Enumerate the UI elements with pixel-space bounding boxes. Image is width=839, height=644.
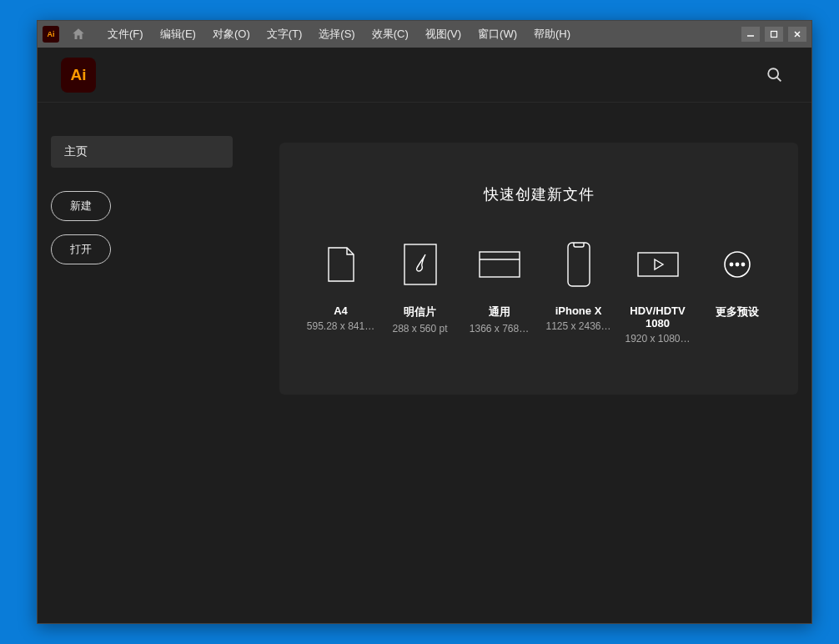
preset-label: 明信片 (404, 304, 436, 319)
svg-point-12 (730, 263, 732, 265)
app-window: Ai 文件(F) 编辑(E) 对象(O) 文字(T) 选择(S) 效果(C) 视… (37, 20, 812, 624)
quick-create-card: 快速创建新文件 A4 595.28 x 841… 明信片 (279, 143, 798, 395)
content-area: 主页 新建 打开 快速创建新文件 A4 595.28 x 841… (38, 103, 811, 623)
tab-home[interactable]: 主页 (51, 136, 233, 168)
svg-rect-10 (638, 253, 678, 276)
video-icon (636, 238, 680, 291)
window-controls (741, 27, 806, 42)
app-logo: Ai (61, 58, 96, 93)
search-button[interactable] (761, 62, 788, 88)
menu-window[interactable]: 窗口(W) (475, 23, 520, 45)
main-panel: 快速创建新文件 A4 595.28 x 841… 明信片 (279, 103, 811, 623)
open-button[interactable]: 打开 (51, 234, 111, 264)
document-icon (327, 238, 355, 291)
maximize-button[interactable] (765, 27, 783, 42)
card-title: 快速创建新文件 (304, 184, 773, 204)
menu-effect[interactable]: 效果(C) (369, 23, 412, 45)
close-button[interactable] (788, 27, 806, 42)
preset-dims: 1366 x 768… (470, 323, 529, 335)
preset-label: 通用 (489, 304, 510, 319)
titlebar: Ai 文件(F) 编辑(E) 对象(O) 文字(T) 选择(S) 效果(C) 视… (38, 21, 811, 48)
svg-rect-6 (404, 244, 436, 284)
sidebar: 主页 新建 打开 (38, 103, 279, 623)
svg-rect-1 (771, 32, 777, 38)
preset-label: 更多预设 (716, 304, 759, 319)
svg-rect-7 (480, 252, 520, 277)
brush-icon (403, 238, 438, 291)
menu-object[interactable]: 对象(O) (209, 23, 254, 45)
phone-icon (566, 238, 591, 291)
svg-point-4 (768, 68, 778, 78)
svg-rect-9 (568, 243, 590, 286)
menu-view[interactable]: 视图(V) (422, 23, 465, 45)
menu-select[interactable]: 选择(S) (315, 23, 358, 45)
more-icon (722, 238, 752, 291)
presets-row: A4 595.28 x 841… 明信片 288 x 560 pt (304, 238, 773, 345)
topbar: Ai (38, 48, 811, 103)
menu-help[interactable]: 帮助(H) (530, 23, 574, 45)
menu-type[interactable]: 文字(T) (264, 23, 306, 45)
preset-web[interactable]: 通用 1366 x 768… (463, 238, 535, 345)
preset-label: A4 (334, 304, 348, 317)
svg-point-14 (741, 263, 744, 265)
preset-dims: 288 x 560 pt (392, 323, 447, 335)
preset-dims: 595.28 x 841… (307, 320, 374, 332)
minimize-button[interactable] (741, 27, 760, 42)
svg-point-13 (736, 263, 738, 265)
new-button[interactable]: 新建 (51, 191, 111, 221)
preset-dims: 1125 x 2436… (545, 320, 610, 332)
browser-icon (478, 238, 521, 291)
app-icon-small: Ai (43, 26, 59, 43)
preset-hdtv[interactable]: HDV/HDTV 1080 1920 x 1080… (621, 238, 694, 345)
preset-more[interactable]: 更多预设 (701, 238, 773, 345)
preset-dims: 1920 x 1080… (625, 333, 690, 345)
menu-edit[interactable]: 编辑(E) (157, 23, 199, 45)
menu-bar: 文件(F) 编辑(E) 对象(O) 文字(T) 选择(S) 效果(C) 视图(V… (104, 23, 574, 45)
preset-a4[interactable]: A4 595.28 x 841… (304, 238, 377, 345)
svg-line-5 (777, 77, 781, 81)
menu-file[interactable]: 文件(F) (104, 23, 147, 45)
preset-label: HDV/HDTV 1080 (621, 304, 694, 330)
home-icon[interactable] (68, 23, 89, 45)
preset-label: iPhone X (555, 304, 602, 317)
preset-iphone[interactable]: iPhone X 1125 x 2436… (542, 238, 615, 345)
preset-postcard[interactable]: 明信片 288 x 560 pt (384, 238, 456, 345)
